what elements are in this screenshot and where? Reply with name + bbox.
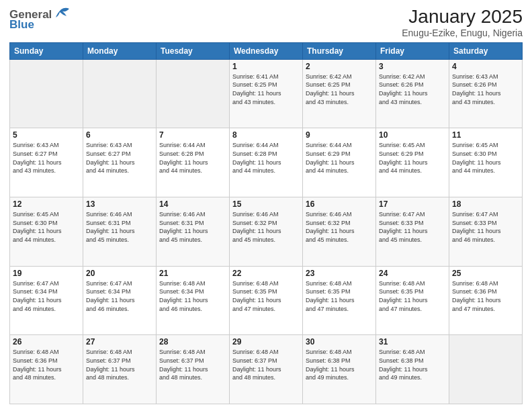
calendar-cell: 19Sunrise: 6:47 AM Sunset: 6:34 PM Dayli… xyxy=(10,266,83,335)
calendar-cell: 6Sunrise: 6:43 AM Sunset: 6:27 PM Daylig… xyxy=(83,128,157,197)
day-info: Sunrise: 6:48 AM Sunset: 6:38 PM Dayligh… xyxy=(306,348,373,381)
logo-blue-text: Blue xyxy=(9,19,71,30)
day-info: Sunrise: 6:42 AM Sunset: 6:25 PM Dayligh… xyxy=(306,73,373,106)
day-number: 30 xyxy=(306,337,373,347)
calendar-cell: 10Sunrise: 6:45 AM Sunset: 6:29 PM Dayli… xyxy=(376,128,449,197)
day-number: 31 xyxy=(379,337,446,347)
calendar-week-0: 1Sunrise: 6:41 AM Sunset: 6:25 PM Daylig… xyxy=(10,59,523,128)
day-info: Sunrise: 6:41 AM Sunset: 6:25 PM Dayligh… xyxy=(232,73,300,106)
day-number: 7 xyxy=(159,130,226,140)
calendar-cell xyxy=(83,59,157,128)
day-number: 11 xyxy=(452,130,519,140)
calendar-cell: 8Sunrise: 6:44 AM Sunset: 6:28 PM Daylig… xyxy=(230,128,303,197)
calendar-week-3: 19Sunrise: 6:47 AM Sunset: 6:34 PM Dayli… xyxy=(10,266,523,335)
day-number: 19 xyxy=(13,269,80,278)
day-info: Sunrise: 6:45 AM Sunset: 6:30 PM Dayligh… xyxy=(13,210,80,244)
calendar-week-4: 26Sunrise: 6:48 AM Sunset: 6:36 PM Dayli… xyxy=(10,335,523,404)
calendar-week-1: 5Sunrise: 6:43 AM Sunset: 6:27 PM Daylig… xyxy=(10,128,523,197)
logo: General Blue xyxy=(9,7,71,30)
calendar-cell: 2Sunrise: 6:42 AM Sunset: 6:25 PM Daylig… xyxy=(303,59,376,128)
day-info: Sunrise: 6:48 AM Sunset: 6:37 PM Dayligh… xyxy=(86,348,153,381)
calendar-subtitle: Enugu-Ezike, Enugu, Nigeria xyxy=(402,28,523,38)
calendar-cell: 12Sunrise: 6:45 AM Sunset: 6:30 PM Dayli… xyxy=(10,197,83,267)
calendar-cell xyxy=(449,335,523,404)
day-info: Sunrise: 6:45 AM Sunset: 6:29 PM Dayligh… xyxy=(379,141,446,175)
day-number: 14 xyxy=(159,199,226,209)
day-number: 12 xyxy=(13,199,80,209)
calendar-cell: 23Sunrise: 6:48 AM Sunset: 6:35 PM Dayli… xyxy=(303,266,376,335)
day-number: 1 xyxy=(232,62,300,71)
weekday-tuesday: Tuesday xyxy=(157,42,230,59)
day-number: 22 xyxy=(232,269,300,278)
calendar-cell: 22Sunrise: 6:48 AM Sunset: 6:35 PM Dayli… xyxy=(230,266,303,335)
day-info: Sunrise: 6:43 AM Sunset: 6:27 PM Dayligh… xyxy=(13,141,80,175)
weekday-wednesday: Wednesday xyxy=(230,42,303,59)
day-number: 4 xyxy=(452,62,519,71)
calendar-cell: 29Sunrise: 6:48 AM Sunset: 6:37 PM Dayli… xyxy=(230,335,303,404)
calendar-cell: 26Sunrise: 6:48 AM Sunset: 6:36 PM Dayli… xyxy=(10,335,83,404)
calendar-cell: 4Sunrise: 6:43 AM Sunset: 6:26 PM Daylig… xyxy=(449,59,523,128)
calendar-cell: 9Sunrise: 6:44 AM Sunset: 6:29 PM Daylig… xyxy=(303,128,376,197)
calendar-cell: 1Sunrise: 6:41 AM Sunset: 6:25 PM Daylig… xyxy=(230,59,303,128)
calendar-week-2: 12Sunrise: 6:45 AM Sunset: 6:30 PM Dayli… xyxy=(10,197,523,267)
day-number: 25 xyxy=(452,269,519,278)
weekday-sunday: Sunday xyxy=(10,42,83,59)
calendar-cell: 24Sunrise: 6:48 AM Sunset: 6:35 PM Dayli… xyxy=(376,266,449,335)
calendar-cell: 11Sunrise: 6:45 AM Sunset: 6:30 PM Dayli… xyxy=(449,128,523,197)
calendar-cell: 27Sunrise: 6:48 AM Sunset: 6:37 PM Dayli… xyxy=(83,335,157,404)
day-info: Sunrise: 6:48 AM Sunset: 6:36 PM Dayligh… xyxy=(13,348,80,381)
calendar-cell xyxy=(10,59,83,128)
day-info: Sunrise: 6:48 AM Sunset: 6:35 PM Dayligh… xyxy=(306,279,373,313)
weekday-saturday: Saturday xyxy=(449,42,523,59)
day-info: Sunrise: 6:44 AM Sunset: 6:28 PM Dayligh… xyxy=(232,141,300,175)
title-block: January 2025 Enugu-Ezike, Enugu, Nigeria xyxy=(402,7,523,38)
day-info: Sunrise: 6:43 AM Sunset: 6:26 PM Dayligh… xyxy=(452,73,519,106)
calendar-cell: 16Sunrise: 6:46 AM Sunset: 6:32 PM Dayli… xyxy=(303,197,376,267)
day-number: 17 xyxy=(379,199,446,209)
calendar-cell: 18Sunrise: 6:47 AM Sunset: 6:33 PM Dayli… xyxy=(449,197,523,267)
weekday-friday: Friday xyxy=(376,42,449,59)
day-info: Sunrise: 6:48 AM Sunset: 6:37 PM Dayligh… xyxy=(159,348,226,381)
day-number: 24 xyxy=(379,269,446,278)
weekday-monday: Monday xyxy=(83,42,157,59)
weekday-header-row: SundayMondayTuesdayWednesdayThursdayFrid… xyxy=(10,42,523,59)
day-number: 2 xyxy=(306,62,373,71)
day-info: Sunrise: 6:45 AM Sunset: 6:30 PM Dayligh… xyxy=(452,141,519,175)
calendar-cell: 21Sunrise: 6:48 AM Sunset: 6:34 PM Dayli… xyxy=(157,266,230,335)
day-info: Sunrise: 6:47 AM Sunset: 6:33 PM Dayligh… xyxy=(379,210,446,244)
day-number: 16 xyxy=(306,199,373,209)
day-info: Sunrise: 6:46 AM Sunset: 6:32 PM Dayligh… xyxy=(306,210,373,244)
calendar-table: SundayMondayTuesdayWednesdayThursdayFrid… xyxy=(9,42,523,404)
calendar-cell: 3Sunrise: 6:42 AM Sunset: 6:26 PM Daylig… xyxy=(376,59,449,128)
day-number: 23 xyxy=(306,269,373,278)
day-info: Sunrise: 6:44 AM Sunset: 6:28 PM Dayligh… xyxy=(159,141,226,175)
day-info: Sunrise: 6:47 AM Sunset: 6:33 PM Dayligh… xyxy=(452,210,519,244)
weekday-thursday: Thursday xyxy=(303,42,376,59)
day-number: 10 xyxy=(379,130,446,140)
day-info: Sunrise: 6:48 AM Sunset: 6:34 PM Dayligh… xyxy=(159,279,226,313)
day-info: Sunrise: 6:46 AM Sunset: 6:32 PM Dayligh… xyxy=(232,210,300,244)
day-number: 20 xyxy=(86,269,153,278)
day-info: Sunrise: 6:42 AM Sunset: 6:26 PM Dayligh… xyxy=(379,73,446,106)
day-info: Sunrise: 6:47 AM Sunset: 6:34 PM Dayligh… xyxy=(86,279,153,313)
day-info: Sunrise: 6:48 AM Sunset: 6:35 PM Dayligh… xyxy=(379,279,446,313)
calendar-cell: 7Sunrise: 6:44 AM Sunset: 6:28 PM Daylig… xyxy=(157,128,230,197)
calendar-cell: 31Sunrise: 6:48 AM Sunset: 6:38 PM Dayli… xyxy=(376,335,449,404)
day-number: 3 xyxy=(379,62,446,71)
day-info: Sunrise: 6:44 AM Sunset: 6:29 PM Dayligh… xyxy=(306,141,373,175)
calendar-cell: 20Sunrise: 6:47 AM Sunset: 6:34 PM Dayli… xyxy=(83,266,157,335)
calendar-cell: 5Sunrise: 6:43 AM Sunset: 6:27 PM Daylig… xyxy=(10,128,83,197)
page: General Blue January 2025 Enugu-Ezike, E… xyxy=(0,0,532,411)
day-number: 6 xyxy=(86,130,153,140)
calendar-cell: 14Sunrise: 6:46 AM Sunset: 6:31 PM Dayli… xyxy=(157,197,230,267)
day-number: 18 xyxy=(452,199,519,209)
calendar-title: January 2025 xyxy=(402,7,523,28)
day-info: Sunrise: 6:48 AM Sunset: 6:37 PM Dayligh… xyxy=(232,348,300,381)
day-number: 26 xyxy=(13,337,80,347)
day-info: Sunrise: 6:46 AM Sunset: 6:31 PM Dayligh… xyxy=(159,210,226,244)
day-number: 13 xyxy=(86,199,153,209)
day-number: 15 xyxy=(232,199,300,209)
day-info: Sunrise: 6:47 AM Sunset: 6:34 PM Dayligh… xyxy=(13,279,80,313)
day-info: Sunrise: 6:48 AM Sunset: 6:36 PM Dayligh… xyxy=(452,279,519,313)
calendar-cell: 30Sunrise: 6:48 AM Sunset: 6:38 PM Dayli… xyxy=(303,335,376,404)
